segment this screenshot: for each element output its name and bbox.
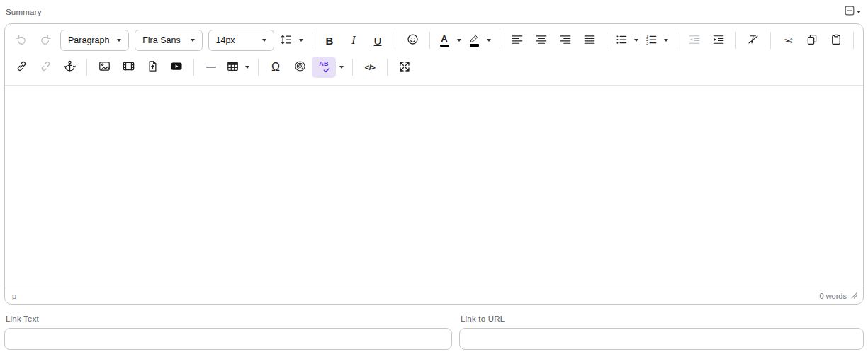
font-size-select[interactable]: 14px xyxy=(208,30,275,51)
toolbar-divider xyxy=(312,32,312,49)
chevron-down-icon xyxy=(262,39,266,42)
insert-file-button[interactable] xyxy=(140,57,164,78)
line-height-button[interactable] xyxy=(277,30,295,51)
align-left-button[interactable] xyxy=(505,30,529,51)
resize-grip-icon[interactable] xyxy=(851,292,857,300)
toolbar-divider xyxy=(258,59,259,76)
paste-icon xyxy=(830,33,842,48)
indent-button[interactable] xyxy=(706,30,731,51)
toolbar-divider xyxy=(429,32,430,49)
spellcheck-button[interactable]: AB xyxy=(312,57,336,78)
justify-icon xyxy=(583,33,596,48)
editor-toolbar: Paragraph Fira Sans 14px xyxy=(5,24,863,86)
link-fields: Link Text Link to URL xyxy=(4,314,864,350)
chevron-down-icon xyxy=(487,39,491,42)
italic-button[interactable]: I xyxy=(342,30,366,51)
toolbar-divider xyxy=(500,32,500,49)
font-family-select[interactable]: Fira Sans xyxy=(135,30,202,51)
check-icon xyxy=(323,64,330,75)
target-icon xyxy=(293,59,307,75)
special-character-button[interactable]: Ω xyxy=(264,57,288,78)
link-url-label: Link to URL xyxy=(461,314,864,323)
highlight-color-button[interactable] xyxy=(465,30,483,51)
fullscreen-button[interactable] xyxy=(393,57,417,78)
insert-media-button[interactable] xyxy=(116,57,140,78)
paragraph-style-select[interactable]: Paragraph xyxy=(60,30,129,51)
toolbar-divider xyxy=(193,59,194,76)
font-size-value: 14px xyxy=(216,35,235,45)
spellcheck-caret-button[interactable] xyxy=(336,57,347,78)
numbered-list-caret-button[interactable] xyxy=(660,30,672,51)
toolbar-divider xyxy=(395,32,395,49)
line-height-icon xyxy=(280,33,293,48)
insert-youtube-button[interactable] xyxy=(164,57,188,78)
clear-formatting-button[interactable] xyxy=(741,30,765,51)
chevron-down-icon xyxy=(457,39,461,42)
font-family-value: Fira Sans xyxy=(142,35,181,45)
anchor-icon xyxy=(63,59,77,75)
outdent-icon xyxy=(688,33,701,48)
chevron-down-icon xyxy=(664,39,668,42)
editor-statusbar: p 0 words xyxy=(5,288,863,304)
bullet-list-icon xyxy=(615,33,628,48)
align-left-icon xyxy=(511,33,524,48)
element-path[interactable]: p xyxy=(12,292,16,300)
word-count[interactable]: 0 words xyxy=(819,292,847,300)
align-center-button[interactable] xyxy=(529,30,553,51)
horizontal-rule-button[interactable] xyxy=(199,57,223,78)
align-right-button[interactable] xyxy=(553,30,577,51)
media-icon xyxy=(122,59,135,75)
insert-image-button[interactable] xyxy=(92,57,116,78)
numbered-list-icon: 1 2 3 xyxy=(645,33,658,48)
editor-mode-toggle-button[interactable] xyxy=(845,6,862,18)
cut-button[interactable]: ✂ xyxy=(776,30,800,51)
omega-icon: Ω xyxy=(271,61,280,74)
numbered-list-button[interactable]: 1 2 3 xyxy=(642,30,660,51)
remove-link-button[interactable] xyxy=(33,57,57,78)
emoji-button[interactable] xyxy=(400,30,424,51)
undo-icon xyxy=(15,33,28,48)
page: Summary xyxy=(0,0,868,364)
outdent-button[interactable] xyxy=(682,30,706,51)
justify-button[interactable] xyxy=(577,30,602,51)
horizontal-rule-icon xyxy=(206,67,216,68)
clear-format-icon xyxy=(747,33,760,48)
insert-link-button[interactable] xyxy=(9,57,33,78)
link-icon xyxy=(15,59,28,75)
svg-text:3: 3 xyxy=(646,41,648,45)
toolbar-row-2: Ω AB xyxy=(9,54,859,81)
text-color-caret-button[interactable] xyxy=(453,30,465,51)
cut-icon: ✂ xyxy=(784,35,793,46)
copy-button[interactable] xyxy=(800,30,824,51)
link-text-input[interactable] xyxy=(4,328,452,350)
bullet-list-caret-button[interactable] xyxy=(631,30,642,51)
align-right-icon xyxy=(559,33,572,48)
redo-button[interactable] xyxy=(33,30,57,51)
undo-button[interactable] xyxy=(9,30,33,51)
chevron-down-icon xyxy=(117,39,121,42)
bold-button[interactable]: B xyxy=(317,30,342,51)
bullet-list-button[interactable] xyxy=(612,30,631,51)
link-url-input[interactable] xyxy=(459,328,864,350)
fullscreen-icon xyxy=(398,60,411,75)
paste-button[interactable] xyxy=(824,30,848,51)
youtube-icon xyxy=(169,59,184,75)
source-code-button[interactable]: </> xyxy=(358,57,382,78)
underline-button[interactable]: U xyxy=(366,30,390,51)
editor-content[interactable] xyxy=(5,86,863,288)
text-color-button[interactable]: A xyxy=(435,30,453,51)
toolbar-divider xyxy=(770,32,771,49)
target-button[interactable] xyxy=(288,57,312,78)
insert-table-button[interactable] xyxy=(223,57,242,78)
chevron-down-icon xyxy=(857,11,861,13)
highlight-color-caret-button[interactable] xyxy=(483,30,495,51)
copy-icon xyxy=(806,33,818,48)
chevron-down-icon xyxy=(634,39,638,42)
code-icon: </> xyxy=(364,63,375,72)
anchor-button[interactable] xyxy=(57,57,81,78)
table-caret-button[interactable] xyxy=(242,57,253,78)
underline-icon: U xyxy=(374,35,382,47)
rich-text-editor: Paragraph Fira Sans 14px xyxy=(4,23,864,305)
line-height-caret-button[interactable] xyxy=(295,30,307,51)
image-icon xyxy=(98,59,111,75)
